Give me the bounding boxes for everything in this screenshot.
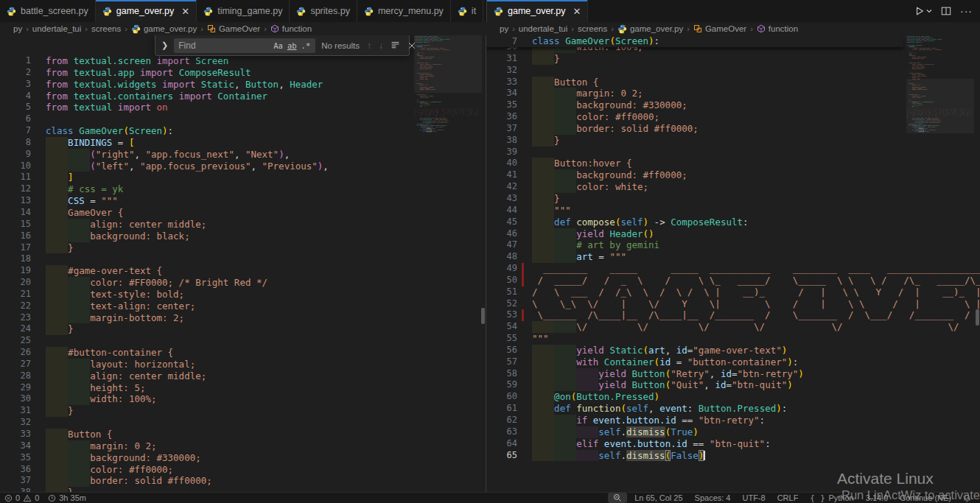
editor-pane-left[interactable]: 1from textual.screen import Screen2from … [0, 35, 486, 492]
line-number[interactable]: 27 [0, 359, 31, 370]
line-number[interactable]: 38 [0, 487, 31, 492]
line-number[interactable]: 20 [0, 277, 31, 289]
breadcrumb-item-game_over.py[interactable]: game_over.py [131, 24, 197, 34]
line-number[interactable]: 7 [0, 125, 31, 137]
code-line[interactable]: 13 CSS = """ [0, 195, 486, 207]
code-line[interactable]: 37 border: solid #ff0000; [0, 475, 486, 487]
code-text[interactable]: } [46, 242, 74, 254]
line-number[interactable]: 65 [486, 450, 517, 462]
code-text[interactable]: from textual.app import ComposeResult [46, 67, 251, 79]
line-number[interactable]: 32 [486, 65, 517, 77]
code-text[interactable]: from textual import on [46, 102, 168, 113]
code-line[interactable]: 38 } [0, 487, 486, 492]
line-number[interactable]: 64 [486, 438, 517, 450]
code-text[interactable]: height: 5; [46, 382, 145, 394]
line-number[interactable]: 58 [486, 368, 517, 380]
code-line[interactable]: 2from textual.app import ComposeResult [0, 67, 486, 79]
line-number[interactable]: 35 [0, 452, 31, 464]
line-number[interactable]: 16 [0, 231, 31, 242]
code-text[interactable]: if event.button.id == "btn-retry": [532, 415, 765, 426]
line-number[interactable]: 34 [0, 440, 31, 452]
zoom-indicator[interactable] [608, 493, 627, 503]
code-text[interactable]: color: #ff0000; [46, 464, 173, 476]
line-number[interactable]: 45 [486, 217, 517, 228]
code-text[interactable]: ("right", "app.focus_next", "Next"), [46, 149, 290, 161]
line-number[interactable]: 52 [486, 298, 517, 310]
code-line[interactable]: 14 GameOver { [0, 207, 486, 219]
close-icon[interactable]: ✕ [181, 7, 189, 16]
code-text[interactable]: align: center middle; [46, 370, 206, 382]
line-number[interactable]: 37 [0, 475, 31, 487]
code-text[interactable]: yield Static(art, id="game-over-text") [532, 345, 787, 356]
code-text[interactable]: CSS = """ [46, 195, 118, 207]
line-number[interactable]: 50 [486, 275, 517, 286]
code-text[interactable]: layout: horizontal; [46, 359, 195, 370]
code-text[interactable]: margin-bottom: 2; [46, 312, 184, 324]
code-line[interactable]: 30 width: 100%; [0, 393, 486, 405]
line-number[interactable]: 32 [0, 417, 31, 429]
code-line[interactable]: 31 } [0, 405, 486, 417]
code-text[interactable]: ] [46, 172, 74, 183]
line-number[interactable]: 33 [486, 77, 517, 88]
line-number[interactable]: 51 [486, 286, 517, 298]
code-text[interactable]: margin: 0 2; [46, 440, 157, 452]
line-number[interactable]: 42 [486, 181, 517, 193]
code-text[interactable]: border: solid #ff0000; [46, 475, 212, 487]
line-number[interactable]: 47 [486, 239, 517, 251]
breadcrumb-item-undertale_tui[interactable]: undertale_tui [32, 24, 82, 33]
code-text[interactable]: art = """ [532, 251, 626, 263]
code-text[interactable]: with Container(id = "button-container"): [532, 356, 798, 368]
code-line[interactable]: 24 } [0, 323, 486, 335]
code-text[interactable]: # css = yk [46, 183, 123, 195]
code-text[interactable]: } [532, 135, 560, 147]
minimap[interactable]: from textual.screen import Screen from t… [414, 35, 482, 492]
line-number[interactable]: 10 [0, 161, 31, 172]
code-line[interactable]: 3from textual.widgets import Static, But… [0, 79, 486, 91]
line-number[interactable]: 54 [486, 321, 517, 333]
line-number[interactable]: 30 [0, 393, 31, 405]
eol-sequence[interactable]: CRLF [773, 493, 803, 502]
code-text[interactable]: self.dismiss(False) [532, 450, 705, 462]
code-line[interactable]: 18 [0, 253, 486, 265]
code-line[interactable]: 7class GameOver(Screen): [0, 125, 486, 137]
line-number[interactable]: 22 [0, 300, 31, 312]
line-number[interactable]: 19 [0, 265, 31, 277]
line-number[interactable]: 46 [486, 228, 517, 240]
line-number[interactable]: 56 [486, 345, 517, 356]
line-number[interactable]: 39 [486, 147, 517, 158]
line-number[interactable]: 23 [0, 312, 31, 324]
code-line[interactable]: 32 [0, 417, 486, 429]
find-previous-button[interactable]: ↑ [365, 41, 373, 51]
code-line[interactable]: 35 background: #330000; [0, 452, 486, 464]
indentation[interactable]: Spaces: 4 [690, 493, 735, 502]
line-number[interactable]: 13 [0, 195, 31, 207]
code-line[interactable]: 16 background: black; [0, 231, 486, 242]
code-text[interactable]: Button:hover { [532, 158, 631, 169]
code-text[interactable]: yield Header() [532, 228, 654, 240]
line-number[interactable]: 34 [486, 88, 517, 99]
code-text[interactable]: yield Button("Retry", id="btn-retry") [532, 368, 804, 380]
code-text[interactable]: } [46, 487, 74, 492]
code-line[interactable]: 12 # css = yk [0, 183, 486, 195]
line-number[interactable]: 49 [486, 263, 517, 275]
code-text[interactable]: ("left", "app.focus_previous", "Previous… [46, 161, 329, 172]
code-text[interactable]: elif event.button.id == "btn-quit": [532, 438, 771, 450]
find-input[interactable] [177, 40, 271, 52]
line-number[interactable]: 5 [0, 102, 31, 113]
code-line[interactable]: 20 color: #FF0000; /* Bright Red */ [0, 277, 486, 289]
tab-battle_screen.py[interactable]: battle_screen.py [0, 0, 96, 22]
line-number[interactable]: 9 [0, 149, 31, 161]
line-number[interactable]: 48 [486, 251, 517, 263]
code-text[interactable]: color: #FF0000; /* Bright Red */ [46, 277, 267, 289]
code-line[interactable]: 36 color: #ff0000; [0, 464, 486, 476]
code-text[interactable]: from textual.widgets import Static, Butt… [46, 79, 323, 91]
match-case-icon[interactable]: Aa [271, 41, 285, 50]
code-line[interactable]: 1from textual.screen import Screen [0, 55, 486, 67]
line-number[interactable]: 37 [486, 123, 517, 135]
cursor-position[interactable]: Ln 65, Col 25 [630, 493, 687, 502]
editor-pane-right[interactable]: 30 width: 100%;31 }3233 Button {34 margi… [486, 35, 980, 492]
breadcrumb-item-function[interactable]: function [757, 24, 798, 33]
line-number[interactable]: 63 [486, 426, 517, 438]
regex-icon[interactable]: .* [299, 41, 313, 50]
code-text[interactable]: margin: 0 2; [532, 88, 643, 99]
